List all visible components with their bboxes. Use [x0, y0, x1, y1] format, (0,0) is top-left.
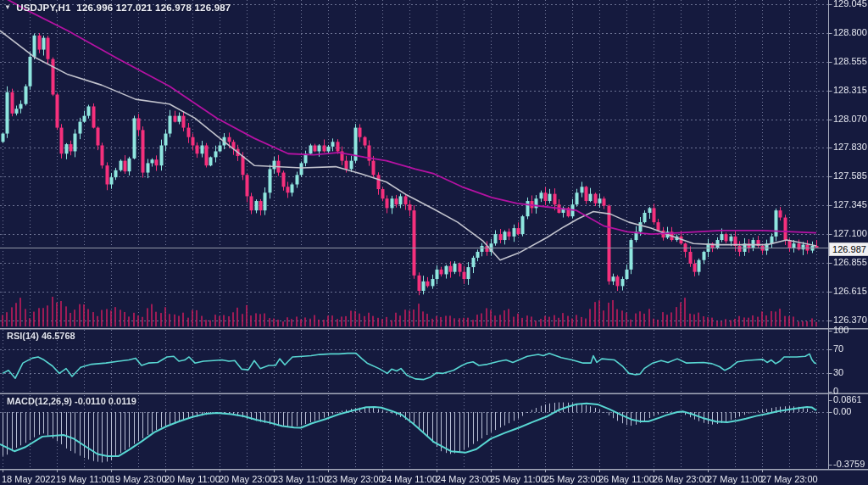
price-axis-label: 127.830	[833, 142, 867, 152]
price-axis-label: 127.585	[833, 170, 867, 181]
time-axis-label: 19 May 11:00	[56, 474, 112, 484]
time-axis-label: 26 May 11:00	[598, 474, 654, 484]
time-axis-label: 25 May 11:00	[490, 474, 546, 484]
time-axis-label: 20 May 11:00	[164, 474, 220, 484]
chart-title: ▼ USDJPY,H1 126.996 127.021 126.978 126.…	[4, 3, 231, 13]
time-axis-label: 23 May 23:00	[327, 474, 384, 484]
time-axis-label: 20 May 23:00	[219, 474, 275, 484]
time-axis-label: 27 May 11:00	[707, 474, 763, 484]
time-axis-label: 18 May 2022	[2, 474, 56, 484]
price-axis-label: 128.070	[833, 114, 867, 124]
price-axis-label: 129.045	[833, 0, 867, 8]
collapse-arrow-icon[interactable]: ▼	[4, 3, 11, 11]
price-axis-label: 127.100	[833, 228, 867, 238]
trading-chart-window: ▼ USDJPY,H1 126.996 127.021 126.978 126.…	[0, 0, 868, 485]
price-axis-label: 127.345	[833, 199, 867, 209]
macd-indicator-label: MACD(12,26,9) -0.0110 0.0119	[7, 396, 136, 406]
time-axis-label: 26 May 23:00	[653, 474, 709, 484]
chart-canvas[interactable]	[0, 0, 868, 485]
time-axis-label: 25 May 23:00	[544, 474, 601, 484]
price-axis-label: 128.555	[833, 56, 867, 66]
time-axis-label: 23 May 11:00	[273, 474, 329, 484]
price-axis-label: 128.800	[833, 27, 867, 37]
macd-axis-label: 0.0861	[833, 394, 862, 404]
time-axis-label: 24 May 23:00	[436, 474, 492, 484]
rsi-axis-label: 30	[833, 367, 843, 377]
current-price-value: 126.987	[832, 244, 866, 254]
price-axis-label: 126.615	[833, 286, 867, 296]
symbol-ohlc-title: USDJPY,H1 126.996 127.021 126.978 126.98…	[16, 3, 231, 13]
macd-axis-label: 0.00	[833, 406, 851, 416]
time-axis-label: 19 May 23:00	[110, 474, 167, 484]
rsi-indicator-label: RSI(14) 46.5768	[7, 331, 75, 341]
time-axis-label: 27 May 23:00	[761, 474, 818, 484]
price-axis-label: 126.855	[833, 257, 867, 267]
rsi-axis-label: 70	[833, 343, 843, 354]
macd-axis-label: -0.3759	[833, 459, 865, 469]
price-axis-label: 126.370	[833, 315, 867, 325]
current-price-box: 126.987	[829, 242, 868, 256]
price-axis-label: 128.315	[833, 85, 867, 95]
time-axis-label: 24 May 11:00	[381, 474, 437, 484]
rsi-axis-label: 100	[833, 325, 849, 335]
